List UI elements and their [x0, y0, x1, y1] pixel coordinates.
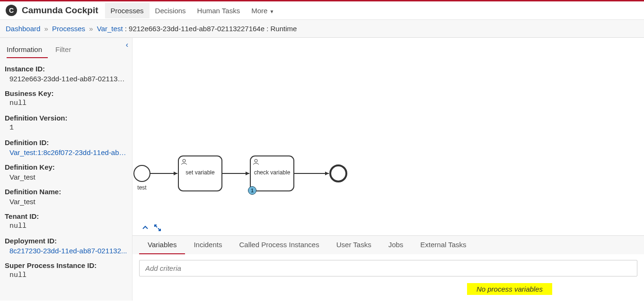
breadcrumb-dashboard[interactable]: Dashboard	[6, 25, 40, 33]
collapse-sidebar-icon[interactable]: ‹	[126, 41, 128, 49]
prop-tenant-id: Tenant ID: null	[5, 212, 127, 230]
no-variables-message: No process variables	[467, 283, 552, 295]
prop-label: Definition Name:	[5, 188, 127, 196]
prop-instance-id: Instance ID: 9212e663-23dd-11ed-ab87-021…	[5, 65, 127, 83]
bpmn-svg	[132, 137, 369, 194]
collapse-diagram-icon[interactable]	[142, 224, 149, 233]
prop-deployment-id: Deployment ID: 8c217230-23dd-11ed-ab87-0…	[5, 237, 127, 255]
bpmn-diagram: test set variable check variable 1	[132, 137, 369, 195]
nav-links: Processes Decisions Human Tasks More▼	[105, 3, 280, 18]
breadcrumb: Dashboard » Processes » Var_test : 9212e…	[0, 20, 644, 38]
nav-decisions[interactable]: Decisions	[150, 3, 192, 18]
prop-value: 9212e663-23dd-11ed-ab87-021132...	[5, 75, 127, 83]
end-event[interactable]	[330, 165, 346, 181]
breadcrumb-instance-id: 9212e663-23dd-11ed-ab87-02113227164e	[129, 25, 265, 33]
prop-label: Deployment ID:	[5, 237, 127, 245]
arrowhead-icon	[325, 172, 329, 175]
breadcrumb-processes[interactable]: Processes	[52, 25, 85, 33]
prop-label: Definition Key:	[5, 163, 127, 171]
nav-human-tasks[interactable]: Human Tasks	[192, 3, 246, 18]
prop-value-link[interactable]: 8c217230-23dd-11ed-ab87-021132...	[5, 247, 127, 255]
breadcrumb-sep: »	[89, 25, 93, 33]
prop-value: null	[5, 271, 127, 279]
no-variables-wrap: No process variables	[139, 276, 637, 295]
sidebar-tabs: Information Filter	[0, 42, 132, 58]
prop-label: Business Key:	[5, 89, 127, 97]
prop-def-key: Definition Key: Var_test	[5, 163, 127, 181]
token-badge[interactable]: 1	[248, 186, 256, 195]
prop-def-id: Definition ID: Var_test:1:8c26f072-23dd-…	[5, 138, 127, 156]
prop-label: Tenant ID:	[5, 212, 127, 220]
task1-label: set variable	[178, 169, 222, 176]
breadcrumb-process-name[interactable]: Var_test	[97, 25, 123, 33]
prop-value-link[interactable]: Var_test:1:8c26f072-23dd-11ed-ab8...	[5, 148, 127, 156]
nav-more-label: More	[251, 7, 267, 15]
start-event-label: test	[132, 184, 151, 191]
nav-more[interactable]: More▼	[246, 3, 280, 18]
start-event[interactable]	[134, 165, 150, 181]
bottom-tabs: Variables Incidents Called Process Insta…	[132, 236, 644, 254]
prop-business-key: Business Key: null	[5, 89, 127, 107]
sidebar-content: Instance ID: 9212e663-23dd-11ed-ab87-021…	[0, 58, 132, 293]
tab-information[interactable]: Information	[7, 42, 48, 58]
prop-label: Super Process Instance ID:	[5, 261, 127, 269]
tab-variables[interactable]: Variables	[139, 236, 185, 254]
criteria-input[interactable]	[139, 260, 637, 276]
prop-value: Var_test	[5, 198, 127, 206]
tab-jobs[interactable]: Jobs	[380, 236, 412, 254]
prop-value: 1	[5, 124, 127, 132]
prop-label: Definition ID:	[5, 138, 127, 147]
bottom-panel: Variables Incidents Called Process Insta…	[132, 235, 644, 301]
nav-processes[interactable]: Processes	[105, 3, 150, 18]
camunda-logo-icon[interactable]: C	[6, 5, 17, 16]
tab-external-tasks[interactable]: External Tasks	[412, 236, 475, 254]
tab-filter[interactable]: Filter	[55, 42, 77, 58]
fullscreen-icon[interactable]	[154, 224, 161, 233]
diagram-controls	[142, 224, 161, 233]
prop-label: Instance ID:	[5, 65, 127, 73]
caret-down-icon: ▼	[269, 9, 274, 14]
prop-super-process: Super Process Instance ID: null	[5, 261, 127, 279]
tab-incidents[interactable]: Incidents	[185, 236, 230, 254]
breadcrumb-colon: :	[125, 25, 129, 33]
breadcrumb-view: Runtime	[271, 25, 297, 33]
sidebar: ‹ Information Filter Instance ID: 9212e6…	[0, 38, 132, 301]
content: ‹ Information Filter Instance ID: 9212e6…	[0, 38, 644, 301]
top-bar: C Camunda Cockpit Processes Decisions Hu…	[0, 0, 644, 20]
app-title: Camunda Cockpit	[22, 5, 98, 16]
breadcrumb-sep: »	[44, 25, 48, 33]
tab-called-instances[interactable]: Called Process Instances	[230, 236, 327, 254]
tab-user-tasks[interactable]: User Tasks	[328, 236, 380, 254]
prop-def-version: Definition Version: 1	[5, 114, 127, 132]
prop-value: Var_test	[5, 173, 127, 181]
bottom-content: No process variables	[132, 254, 644, 301]
prop-label: Definition Version:	[5, 114, 127, 122]
main: test set variable check variable 1	[132, 38, 644, 301]
breadcrumb-colon2: :	[266, 25, 270, 33]
arrowhead-icon	[246, 172, 249, 175]
prop-value: null	[5, 222, 127, 230]
diagram-area[interactable]: test set variable check variable 1	[132, 38, 644, 235]
task2-label: check variable	[250, 169, 294, 176]
prop-value: null	[5, 99, 127, 107]
prop-def-name: Definition Name: Var_test	[5, 188, 127, 206]
arrowhead-icon	[174, 172, 177, 175]
